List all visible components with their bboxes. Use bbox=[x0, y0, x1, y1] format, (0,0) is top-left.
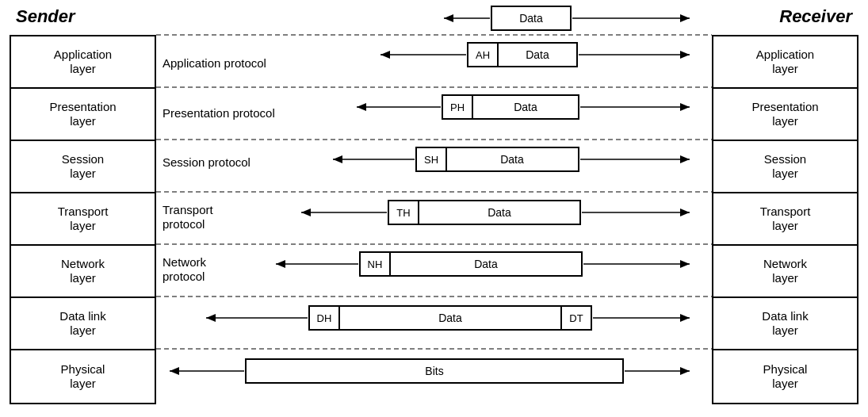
sender-layer-transport: Transportlayer bbox=[10, 192, 156, 244]
svg-text:Bits: Bits bbox=[425, 365, 443, 377]
svg-text:TH: TH bbox=[396, 207, 410, 219]
receiver-layer-physical: Physicallayer bbox=[712, 349, 858, 404]
svg-text:DT: DT bbox=[569, 312, 583, 324]
svg-text:Network: Network bbox=[163, 255, 207, 269]
receiver-layer-network: Networklayer bbox=[712, 244, 858, 296]
svg-marker-75 bbox=[680, 367, 690, 375]
sender-layer-datalink: Data linklayer bbox=[10, 296, 156, 349]
svg-text:NH: NH bbox=[368, 258, 383, 270]
svg-rect-52 bbox=[360, 252, 390, 276]
svg-text:Data: Data bbox=[514, 101, 537, 113]
svg-rect-64 bbox=[561, 306, 591, 330]
svg-text:Data: Data bbox=[500, 153, 524, 166]
svg-text:PH: PH bbox=[450, 101, 465, 113]
svg-marker-27 bbox=[680, 51, 690, 59]
svg-text:Transport: Transport bbox=[163, 203, 213, 216]
svg-rect-54 bbox=[390, 252, 582, 276]
svg-marker-41 bbox=[333, 155, 342, 163]
svg-text:protocol: protocol bbox=[163, 270, 205, 283]
svg-marker-17 bbox=[444, 14, 453, 22]
svg-text:DH: DH bbox=[317, 312, 332, 324]
svg-marker-69 bbox=[680, 314, 690, 322]
svg-marker-59 bbox=[680, 260, 690, 268]
sender-layer-application: Applicationlayer bbox=[10, 35, 156, 87]
sender-layers: Applicationlayer Presentationlayer Sessi… bbox=[10, 35, 156, 404]
svg-rect-60 bbox=[309, 306, 339, 330]
receiver-header: Receiver bbox=[779, 6, 852, 27]
svg-text:Data: Data bbox=[488, 206, 511, 219]
receiver-layer-application: Applicationlayer bbox=[712, 35, 858, 87]
svg-rect-38 bbox=[446, 147, 579, 171]
sender-layer-network: Networklayer bbox=[10, 244, 156, 296]
svg-text:protocol: protocol bbox=[163, 217, 205, 231]
sender-layer-session: Sessionlayer bbox=[10, 140, 156, 192]
svg-marker-49 bbox=[301, 208, 311, 216]
svg-text:Data: Data bbox=[519, 12, 543, 25]
svg-rect-30 bbox=[472, 95, 579, 119]
svg-rect-62 bbox=[339, 306, 561, 330]
svg-rect-44 bbox=[388, 201, 419, 224]
svg-text:Data: Data bbox=[526, 48, 549, 61]
svg-marker-25 bbox=[380, 51, 390, 59]
svg-rect-22 bbox=[498, 43, 577, 67]
svg-marker-19 bbox=[680, 14, 690, 22]
svg-text:SH: SH bbox=[424, 154, 438, 166]
svg-rect-46 bbox=[419, 201, 580, 224]
svg-rect-20 bbox=[468, 43, 498, 67]
svg-marker-35 bbox=[680, 103, 690, 111]
diagram: Sender Receiver Applicationlayer Present… bbox=[0, 0, 868, 417]
svg-marker-43 bbox=[680, 155, 690, 163]
svg-text:Presentation protocol: Presentation protocol bbox=[163, 106, 275, 120]
svg-marker-33 bbox=[357, 103, 366, 111]
receiver-layer-presentation: Presentationlayer bbox=[712, 87, 858, 140]
svg-marker-57 bbox=[276, 260, 285, 268]
svg-marker-67 bbox=[206, 314, 216, 322]
receiver-layer-datalink: Data linklayer bbox=[712, 296, 858, 349]
svg-marker-73 bbox=[170, 367, 179, 375]
svg-rect-28 bbox=[442, 95, 472, 119]
svg-marker-51 bbox=[680, 208, 690, 216]
svg-text:Data: Data bbox=[438, 312, 462, 324]
svg-rect-70 bbox=[246, 359, 623, 383]
sender-header: Sender bbox=[16, 6, 75, 27]
svg-text:Application protocol: Application protocol bbox=[163, 56, 266, 70]
sender-layer-physical: Physicallayer bbox=[10, 349, 156, 404]
receiver-layers: Applicationlayer Presentationlayer Sessi… bbox=[712, 35, 858, 404]
svg-rect-36 bbox=[416, 147, 446, 171]
sender-layer-presentation: Presentationlayer bbox=[10, 87, 156, 140]
svg-text:AH: AH bbox=[476, 49, 490, 61]
svg-text:Session protocol: Session protocol bbox=[163, 155, 250, 169]
svg-text:Data: Data bbox=[474, 258, 498, 270]
receiver-layer-transport: Transportlayer bbox=[712, 192, 858, 244]
svg-rect-14 bbox=[491, 6, 571, 30]
receiver-layer-session: Sessionlayer bbox=[712, 140, 858, 192]
